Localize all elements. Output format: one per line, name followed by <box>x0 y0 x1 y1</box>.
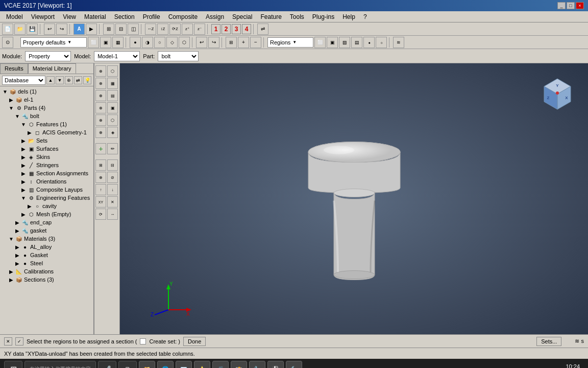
open-button[interactable]: 📁 <box>14 24 26 35</box>
tree-expand-parts[interactable]: ▼ <box>8 105 14 111</box>
menu-item-feature[interactable]: Feature <box>256 12 285 21</box>
tree-item-gasket[interactable]: ▶🔩gasket <box>0 226 93 235</box>
taskbar-app-2[interactable]: 🎵 <box>212 361 229 368</box>
menu-item-plugins[interactable]: Plug-ins <box>308 12 338 21</box>
regions-btn-3[interactable]: ▨ <box>339 37 350 48</box>
redo2-btn[interactable]: ↪ <box>208 37 219 48</box>
db-copy-btn[interactable]: ⊕ <box>65 76 73 84</box>
extra-btn[interactable]: ⇌ <box>257 24 268 35</box>
done-button[interactable]: Done <box>183 337 206 346</box>
tree-expand-bolt[interactable]: ▼ <box>14 113 20 119</box>
tree-expand-model1[interactable]: ▶ <box>8 97 14 103</box>
material-library-tab[interactable]: Material Library <box>28 63 76 74</box>
prop-view-btn[interactable]: ⬜ <box>88 37 99 48</box>
tree-expand-mesh[interactable]: ▶ <box>20 211 27 217</box>
tree-expand-skins[interactable]: ▶ <box>20 154 27 160</box>
task-view-button[interactable]: ⧉ <box>118 361 137 368</box>
viewport[interactable]: Y X Z <box>120 63 588 334</box>
regions-btn-5[interactable]: ⬥ <box>363 37 375 48</box>
results-tab[interactable]: Results <box>0 63 28 74</box>
new-button[interactable]: 📄 <box>2 24 13 35</box>
vtb-rot-btn[interactable]: ⟳ <box>95 209 106 220</box>
menu-item-profile[interactable]: Profile <box>139 12 164 21</box>
save-button[interactable]: 💾 <box>27 24 38 35</box>
tree-item-orientations[interactable]: ▶↕Orientations <box>0 177 93 186</box>
vtb-btn-5[interactable]: ⊕ <box>95 90 106 101</box>
tree-expand-surfaces[interactable]: ▶ <box>20 146 27 152</box>
prop-icon-1[interactable]: ⊙ <box>2 37 13 48</box>
taskbar-app-5[interactable]: 💾 <box>267 361 284 368</box>
create-set-checkbox[interactable] <box>140 338 146 344</box>
view-btn-1[interactable]: ⊞ <box>103 24 114 35</box>
tree-item-end_cap[interactable]: ▶🔩end_cap <box>0 218 93 226</box>
tree-expand-sections[interactable]: ▶ <box>8 277 14 283</box>
taskbar-app-6[interactable]: 🔨 <box>286 361 302 368</box>
vtb-btn-4[interactable]: ▦ <box>107 78 118 89</box>
tree-item-steel[interactable]: ▶●Steel <box>0 259 93 267</box>
minimize-button[interactable]: _ <box>557 2 566 9</box>
db-link-btn[interactable]: ⇄ <box>74 76 82 84</box>
db-up-btn[interactable]: ▲ <box>46 76 55 84</box>
tree-item-models[interactable]: ▼📦dels (1) <box>0 87 93 96</box>
tree-expand-materials[interactable]: ▼ <box>8 236 14 242</box>
tree-item-composite[interactable]: ▶▥Composite Layups <box>0 186 93 194</box>
shape-btn-2[interactable]: ▶ <box>86 24 97 35</box>
model-select[interactable]: Model-1 <box>94 51 140 61</box>
tree-expand-eng_features[interactable]: ▼ <box>20 195 27 201</box>
sets-button[interactable]: Sets... <box>536 337 561 346</box>
zoom-fit-btn[interactable]: ⊞ <box>226 37 237 48</box>
tree-item-features[interactable]: ▼⬡Features (1) <box>0 120 93 128</box>
tree-expand-gasket_mat[interactable]: ▶ <box>14 252 20 258</box>
tree-item-stringers[interactable]: ▶╱Stringers <box>0 161 93 169</box>
tree-expand-acis[interactable]: ▶ <box>27 129 33 135</box>
vtb-arrow-btn[interactable]: ↑ <box>95 184 106 195</box>
vtb-ref-btn[interactable]: ↔ <box>107 209 118 220</box>
tree-expand-orientations[interactable]: ▶ <box>20 178 27 185</box>
taskbar-app-4[interactable]: 🔧 <box>249 361 265 368</box>
menu-item-viewport[interactable]: Viewport <box>27 12 59 21</box>
tree-expand-section_assign[interactable]: ▶ <box>20 170 27 176</box>
tree-item-cavity[interactable]: ▶○cavity <box>0 202 93 210</box>
assign-bar-icon-cancel[interactable]: ✕ <box>4 337 12 346</box>
close-button[interactable]: × <box>576 2 584 9</box>
tree-item-mesh[interactable]: ▶⬡Mesh (Empty) <box>0 210 93 218</box>
undo-button[interactable]: ↩ <box>44 24 55 35</box>
render-btn-5[interactable]: ⬡ <box>179 37 190 48</box>
menu-item-[interactable]: ? <box>359 12 371 21</box>
transform-btn-3[interactable]: ⟳Z <box>169 24 181 35</box>
menu-item-model[interactable]: Model <box>2 12 27 21</box>
vtb-btn-3[interactable]: ⊕ <box>95 78 106 89</box>
prop-view-btn3[interactable]: ▦ <box>112 37 124 48</box>
render-btn-1[interactable]: ● <box>130 37 141 48</box>
vtb-btn-8[interactable]: ▣ <box>107 102 118 113</box>
vtb-btn-11[interactable]: ⊕ <box>95 127 106 138</box>
zoom-in-btn[interactable]: + <box>238 37 249 48</box>
regions-dropdown[interactable]: Regions ▼ <box>267 37 313 48</box>
vtb-btn-10[interactable]: ⬡ <box>107 114 118 126</box>
tree-expand-al_alloy[interactable]: ▶ <box>14 244 20 250</box>
tree-expand-steel[interactable]: ▶ <box>14 260 20 266</box>
tree-item-parts[interactable]: ▼⚙Parts (4) <box>0 104 93 112</box>
menu-item-assign[interactable]: Assign <box>202 12 228 21</box>
regions-btn-6[interactable]: ⬦ <box>376 37 387 48</box>
property-defaults-dropdown[interactable]: Property defaults ▼ <box>20 37 87 48</box>
taskbar-explorer[interactable]: 📁 <box>139 361 155 368</box>
menu-item-tools[interactable]: Tools <box>286 12 308 21</box>
module-select[interactable]: Property <box>25 51 71 61</box>
transform-btn-4[interactable]: z⁺ <box>182 24 193 35</box>
tree-expand-gasket[interactable]: ▶ <box>14 227 20 234</box>
tree-item-sets[interactable]: ▶📂Sets <box>0 136 93 145</box>
tree-expand-sets[interactable]: ▶ <box>20 137 27 144</box>
tree-item-bolt[interactable]: ▼🔩bolt <box>0 112 93 120</box>
render-btn-2[interactable]: ◑ <box>142 37 153 48</box>
tree-item-al_alloy[interactable]: ▶●AL_alloy <box>0 243 93 251</box>
taskbar-app-1[interactable]: ⭐ <box>194 361 210 368</box>
menu-item-section[interactable]: Section <box>110 12 139 21</box>
tree-expand-cavity[interactable]: ▶ <box>27 203 33 209</box>
tree-item-calibrations[interactable]: ▶📐Calibrations <box>0 267 93 275</box>
view-btn-3[interactable]: ◫ <box>128 24 139 35</box>
vtb-node2-btn[interactable]: ⊘ <box>107 172 118 183</box>
vtb-grid-btn[interactable]: ⊞ <box>95 159 106 171</box>
tree-expand-calibrations[interactable]: ▶ <box>8 268 14 274</box>
search-button[interactable]: 在这里输入你要搜索的内容 <box>24 361 96 368</box>
